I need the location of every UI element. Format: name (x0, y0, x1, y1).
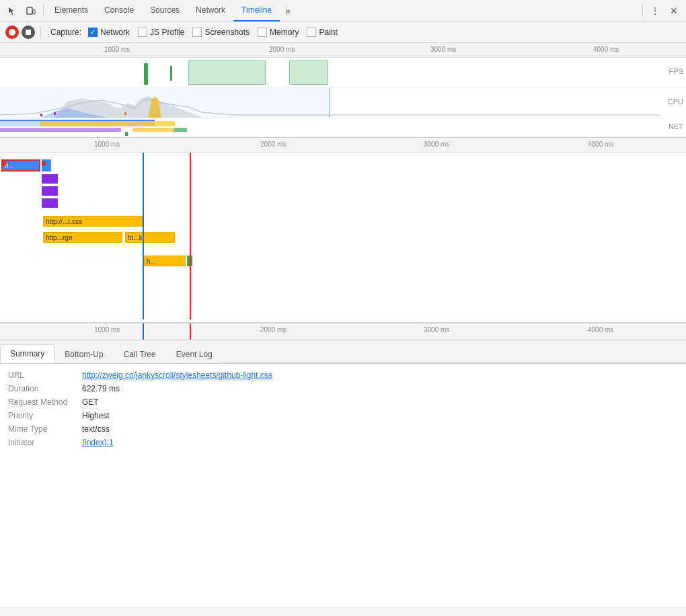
checkbox-jsprofile-label[interactable]: JS Profile (150, 28, 184, 37)
waterfall-ruler: 1000 ms 2000 ms 3000 ms 4000 ms (0, 138, 686, 153)
checkbox-screenshots-label[interactable]: Screenshots (204, 28, 250, 37)
tab-divider (43, 4, 44, 17)
checkbox-screenshots[interactable] (192, 28, 202, 37)
checkbox-network-group: ✓ Network (88, 28, 130, 37)
request-bar-1[interactable]: h... (1, 159, 40, 171)
waterfall-section: 1000 ms 2000 ms 3000 ms 4000 ms h... htt… (0, 138, 686, 323)
tab-sources[interactable]: Sources (142, 0, 188, 22)
initiator-label: Initiator (8, 438, 82, 447)
waterfall-ruler-4000: 4000 ms (588, 141, 613, 148)
duration-row: Duration 622.79 ms (8, 384, 678, 393)
waterfall-ruler-1000: 1000 ms (94, 141, 120, 148)
ruler-4000: 4000 ms (593, 46, 619, 53)
tab-call-tree[interactable]: Call Tree (114, 345, 166, 363)
checkbox-memory[interactable] (258, 28, 267, 37)
timeline-overview: 1000 ms 2000 ms 3000 ms 4000 ms FPS CPU (0, 43, 686, 138)
priority-row: Priority Highest (8, 411, 678, 420)
net-tick-green (125, 132, 128, 136)
capture-bar: Capture: ✓ Network JS Profile Screenshot… (0, 22, 686, 43)
marker-line-blue (143, 153, 144, 319)
tab-event-log[interactable]: Event Log (166, 345, 223, 363)
bottom-ruler-4000: 4000 ms (588, 326, 613, 334)
request-bar-css[interactable]: http://...t.css (43, 216, 143, 227)
checkbox-network[interactable]: ✓ (88, 28, 98, 37)
summary-tabs-bar: Summary Bottom-Up Call Tree Event Log (0, 340, 686, 364)
bottom-ruler-3000: 3000 ms (424, 326, 449, 334)
net-bar-yellow-2 (132, 128, 173, 132)
checkbox-paint-group: Paint (307, 28, 337, 37)
request-bar-purple-1[interactable] (42, 174, 58, 184)
checkbox-memory-label[interactable]: Memory (270, 28, 299, 37)
more-tabs-button[interactable]: » (280, 5, 296, 16)
checkbox-paint-label[interactable]: Paint (319, 28, 337, 37)
record-button[interactable] (5, 26, 19, 39)
mime-type-label: Mime Type (8, 424, 82, 434)
stop-button[interactable] (22, 26, 35, 39)
waterfall-bars: h... http://...t.css http...rge ht...k h… (0, 153, 686, 319)
waterfall-ruler-2000: 2000 ms (260, 141, 286, 148)
request-bar-h2[interactable]: h... (144, 256, 186, 266)
initiator-value[interactable]: (index):1 (82, 438, 114, 447)
tab-elements[interactable]: Elements (46, 0, 96, 22)
net-bar-green (174, 128, 187, 132)
request-bar-rge[interactable]: http...rge (43, 232, 122, 243)
fps-bar-2 (170, 66, 172, 81)
svg-rect-1 (33, 9, 35, 14)
ruler-3000: 3000 ms (430, 46, 456, 53)
fps-block-1 (188, 61, 266, 85)
url-row: URL http://zweig.co/jankyscroll/styleshe… (8, 371, 678, 380)
menu-button[interactable]: ⋮ (646, 1, 664, 20)
ruler-2000: 2000 ms (269, 46, 295, 53)
overview-ruler: 1000 ms 2000 ms 3000 ms 4000 ms (0, 43, 686, 58)
tab-network[interactable]: Network (188, 0, 233, 22)
url-value[interactable]: http://zweig.co/jankyscroll/stylesheets/… (82, 371, 272, 380)
checkbox-jsprofile-group: JS Profile (138, 28, 184, 37)
cursor-icon[interactable] (3, 1, 22, 20)
priority-value: Highest (82, 411, 110, 420)
bottom-marker-blue (143, 323, 144, 340)
bottom-ruler-2000: 2000 ms (260, 326, 286, 334)
fps-label: FPS (669, 67, 683, 75)
cpu-selection (0, 88, 330, 118)
close-button[interactable]: ✕ (664, 1, 683, 20)
ruler-1000: 1000 ms (104, 46, 130, 53)
tab-summary[interactable]: Summary (0, 344, 54, 363)
cpu-row: CPU (0, 88, 686, 118)
capture-label: Capture: (50, 28, 81, 37)
request-method-label: Request Method (8, 397, 82, 407)
checkbox-paint[interactable] (307, 28, 316, 37)
svg-rect-0 (27, 7, 32, 14)
devtools-tab-bar: Elements Console Sources Network Timelin… (0, 0, 686, 22)
fps-row: FPS (0, 58, 686, 88)
checkbox-jsprofile[interactable] (138, 28, 147, 37)
net-label: NET (669, 122, 683, 130)
bottom-ruler: 1000 ms 2000 ms 3000 ms 4000 ms (0, 323, 686, 340)
duration-value: 622.79 ms (82, 384, 120, 393)
checkbox-screenshots-group: Screenshots (192, 28, 250, 37)
mime-type-value: text/css (82, 424, 110, 434)
tab-bottom-up[interactable]: Bottom-Up (54, 345, 113, 363)
request-bar-purple-3[interactable] (42, 198, 58, 208)
duration-label: Duration (8, 384, 82, 393)
net-row: NET (0, 118, 686, 137)
capture-divider (40, 26, 41, 39)
fps-block-2 (289, 61, 328, 85)
bottom-ruler-1000: 1000 ms (94, 326, 120, 334)
checkbox-memory-group: Memory (258, 28, 299, 37)
url-label: URL (8, 371, 82, 380)
request-method-value: GET (82, 397, 99, 407)
waterfall-ruler-3000: 3000 ms (424, 141, 449, 148)
right-divider (642, 4, 643, 17)
net-bar-purple (0, 128, 121, 132)
red-dot-2 (42, 161, 46, 165)
request-bar-purple-2[interactable] (42, 186, 58, 196)
tab-console[interactable]: Console (96, 0, 142, 22)
net-bar-yellow (40, 121, 175, 126)
marker-line-red (190, 153, 191, 319)
tab-timeline[interactable]: Timeline (233, 0, 280, 22)
device-icon[interactable] (22, 1, 40, 20)
checkbox-network-label[interactable]: Network (100, 28, 130, 37)
fps-bar-1 (144, 63, 148, 85)
mime-type-row: Mime Type text/css (8, 424, 678, 434)
request-bar-htk[interactable]: ht...k (125, 232, 175, 243)
